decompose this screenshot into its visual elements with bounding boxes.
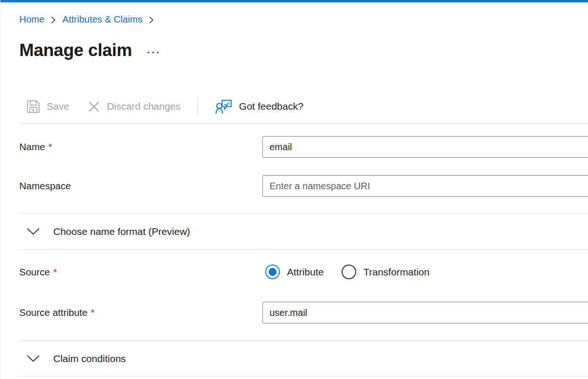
toolbar-rule (19, 123, 588, 124)
name-label-text: Name (19, 141, 45, 152)
namespace-input[interactable] (262, 175, 588, 197)
required-asterisk: * (91, 307, 95, 318)
namespace-field-label: Namespace (19, 180, 262, 192)
radio-label: Transformation (363, 266, 429, 278)
chevron-down-icon (26, 227, 41, 236)
more-options-ellipsis[interactable]: ··· (147, 47, 161, 58)
source-radio-group: Attribute Transformation (262, 265, 430, 279)
section-header-name-format[interactable]: Choose name format (Preview) (19, 214, 588, 249)
command-bar: Save Discard changes Got feedb (19, 96, 588, 117)
page-title: Manage claim (19, 40, 132, 60)
top-accent-bar (0, 0, 588, 2)
got-feedback-button[interactable]: Got feedback? (215, 99, 303, 114)
section-rule (18, 376, 588, 377)
breadcrumb-separator-icon (50, 15, 56, 24)
discard-changes-button[interactable]: Discard changes (87, 100, 180, 113)
source-field-row: Source* Attribute Transformation (19, 265, 588, 279)
section-title: Claim conditions (53, 352, 126, 365)
got-feedback-label: Got feedback? (239, 101, 303, 112)
breadcrumb: Home Attributes & Claims (19, 13, 588, 26)
feedback-person-bubble-icon (215, 99, 233, 114)
discard-changes-label: Discard changes (107, 101, 180, 112)
section-rule (18, 249, 588, 250)
chevron-down-icon (26, 354, 41, 363)
close-x-icon (87, 100, 101, 113)
name-field-row: Name* (19, 136, 588, 158)
radio-label: Attribute (287, 266, 324, 278)
radio-option-transformation[interactable]: Transformation (342, 265, 429, 279)
toolbar-divider (197, 98, 198, 114)
title-row: Manage claim ··· (19, 39, 588, 62)
namespace-label-text: Namespace (19, 180, 71, 191)
breadcrumb-separator-icon (148, 15, 154, 24)
manage-claim-page: Home Attributes & Claims Manage claim ··… (0, 13, 588, 377)
radio-option-attribute[interactable]: Attribute (265, 265, 324, 279)
name-input[interactable] (262, 136, 588, 158)
section-title: Choose name format (Preview) (53, 225, 190, 238)
source-label-text: Source (19, 266, 50, 277)
source-field-label: Source* (19, 266, 262, 278)
required-asterisk: * (53, 266, 57, 277)
save-floppy-icon (26, 99, 41, 114)
breadcrumb-link-attributes-claims[interactable]: Attributes & Claims (62, 13, 142, 26)
radio-unselected-icon (342, 265, 356, 279)
radio-selected-icon (265, 265, 280, 279)
namespace-field-row: Namespace (19, 175, 588, 197)
source-attribute-label-text: Source attribute (19, 307, 88, 318)
name-field-label: Name* (19, 141, 262, 153)
required-asterisk: * (49, 141, 52, 152)
source-attribute-field-row: Source attribute* (19, 302, 588, 323)
save-label: Save (47, 101, 69, 112)
section-header-claim-conditions[interactable]: Claim conditions (19, 341, 588, 376)
source-attribute-input[interactable] (262, 302, 588, 323)
source-attribute-field-label: Source attribute* (19, 307, 262, 318)
breadcrumb-link-home[interactable]: Home (19, 13, 44, 26)
save-button[interactable]: Save (26, 99, 69, 114)
